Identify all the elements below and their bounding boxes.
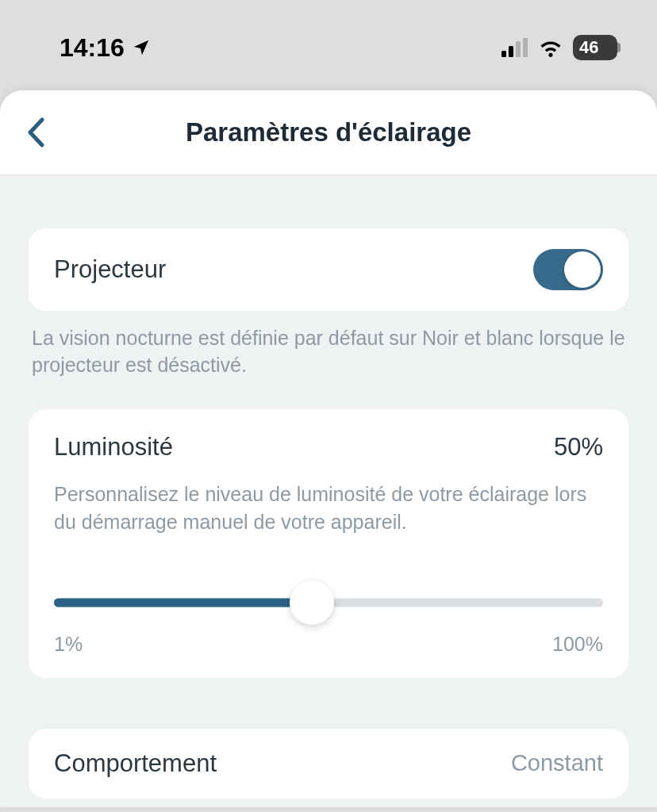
projector-card: Projecteur <box>29 228 628 311</box>
svg-rect-0 <box>501 51 506 57</box>
status-time: 14:16 <box>60 33 125 63</box>
brightness-card: Luminosité 50% Personnalisez le niveau d… <box>29 409 628 678</box>
svg-rect-2 <box>516 41 521 57</box>
toggle-thumb <box>564 251 601 288</box>
behavior-label: Comportement <box>54 749 217 778</box>
back-button[interactable] <box>16 113 56 152</box>
nav-header: Paramètres d'éclairage <box>0 90 657 176</box>
chevron-left-icon <box>26 117 45 147</box>
svg-rect-3 <box>523 38 528 57</box>
status-left: 14:16 <box>60 33 150 63</box>
brightness-header: Luminosité 50% <box>54 433 603 462</box>
location-icon <box>133 39 150 56</box>
wifi-icon <box>538 38 563 57</box>
slider-fill <box>54 598 312 607</box>
projector-help-text: La vision nocturne est définie par défau… <box>29 325 628 379</box>
svg-rect-1 <box>509 46 513 57</box>
slider-labels: 1% 100% <box>54 633 603 656</box>
brightness-label: Luminosité <box>54 433 173 462</box>
status-bar: 14:16 46 <box>0 0 657 95</box>
content-area: Projecteur La vision nocturne est défini… <box>0 176 657 807</box>
battery-level: 46 <box>579 37 598 58</box>
brightness-slider[interactable] <box>54 579 603 626</box>
behavior-value: Constant <box>511 750 603 776</box>
slider-max-label: 100% <box>552 633 603 656</box>
projector-label: Projecteur <box>54 255 166 284</box>
projector-row: Projecteur <box>54 249 603 290</box>
page-title: Paramètres d'éclairage <box>186 117 471 147</box>
behavior-card[interactable]: Comportement Constant <box>29 729 628 799</box>
settings-sheet: Paramètres d'éclairage Projecteur La vis… <box>0 90 657 807</box>
slider-min-label: 1% <box>54 633 83 656</box>
brightness-value: 50% <box>554 433 603 462</box>
battery-indicator: 46 <box>573 35 617 60</box>
slider-thumb <box>290 580 334 625</box>
behavior-row: Comportement Constant <box>54 749 603 778</box>
status-right: 46 <box>501 35 617 60</box>
brightness-description: Personnalisez le niveau de luminosité de… <box>54 481 603 536</box>
cellular-signal-icon <box>501 38 528 57</box>
projector-toggle[interactable] <box>533 249 603 290</box>
